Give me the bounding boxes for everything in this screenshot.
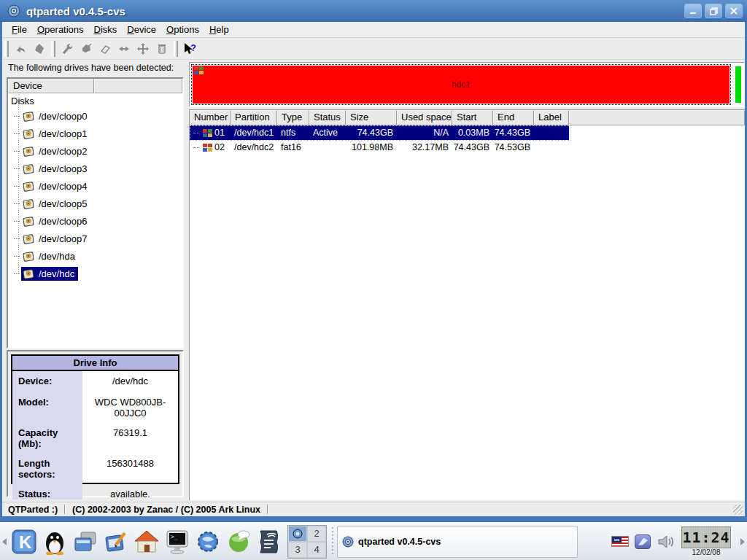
web-browser-launcher[interactable] <box>223 526 254 558</box>
partition-row-hdc1[interactable]: 01 /dev/hdc1 ntfs Active 74.43GB N/A 0.0… <box>190 125 745 140</box>
konsole-launcher[interactable]: >_ <box>162 526 193 558</box>
partition-hdc2-bar[interactable] <box>735 66 741 103</box>
pager-desktop-2[interactable]: 2 <box>307 526 326 542</box>
tree-item-cloop5[interactable]: /dev/cloop5 <box>8 195 182 212</box>
desktop: qtparted v0.4.5-cvs File Operations Disk… <box>0 0 747 560</box>
home-launcher[interactable] <box>131 526 162 558</box>
konqueror-globe-icon <box>195 529 221 555</box>
menu-options[interactable]: Options <box>161 23 204 36</box>
disk-icon <box>23 268 35 279</box>
toolbar-handle[interactable] <box>174 41 178 57</box>
col-type[interactable]: Type <box>277 110 309 125</box>
openoffice-launcher[interactable] <box>254 526 285 558</box>
text-editor-launcher[interactable] <box>101 526 131 558</box>
col-filler <box>569 110 745 125</box>
panel-hide-right-button[interactable] <box>738 524 747 559</box>
trash-button[interactable] <box>152 39 171 58</box>
menu-disks[interactable]: Disks <box>89 23 123 36</box>
menu-file[interactable]: File <box>7 23 32 36</box>
partition-hdc1-bar[interactable]: hdc1 <box>191 64 731 105</box>
menu-operations[interactable]: Operations <box>32 23 89 36</box>
move-button[interactable] <box>133 39 152 58</box>
format-icon <box>80 42 93 55</box>
tree-header-empty[interactable] <box>94 79 182 93</box>
toolbar: ? <box>2 38 745 60</box>
col-number[interactable]: Number <box>190 110 231 125</box>
disk-icon <box>23 163 35 174</box>
app-icon <box>7 4 20 18</box>
disk-icon <box>23 111 35 122</box>
col-start[interactable]: Start <box>452 110 493 125</box>
tree-children: /dev/cloop0 /dev/cloop1 /dev/cloop2 /dev… <box>8 107 182 282</box>
panel-hide-left-button[interactable] <box>0 524 9 559</box>
col-status[interactable]: Status <box>309 110 346 125</box>
tree-header-device[interactable]: Device <box>8 79 94 93</box>
volume-icon[interactable] <box>657 533 676 551</box>
maximize-button[interactable] <box>705 4 722 18</box>
fat16-partition-icon <box>203 144 212 152</box>
terminal-icon: >_ <box>164 529 190 555</box>
ntfs-partition-icon <box>203 129 212 137</box>
undo-button[interactable] <box>11 39 30 58</box>
tree-item-hda[interactable]: /dev/hda <box>8 247 182 265</box>
format-button[interactable] <box>77 39 96 58</box>
tree-item-cloop0[interactable]: /dev/cloop0 <box>8 107 182 125</box>
col-size[interactable]: Size <box>346 110 397 125</box>
resize-grip[interactable] <box>733 505 743 515</box>
col-label[interactable]: Label <box>534 110 569 125</box>
pager-desktop-3[interactable]: 3 <box>288 542 307 558</box>
disk-icon <box>23 181 35 192</box>
clock-time: 11:24 <box>682 529 729 546</box>
titlebar[interactable]: qtparted v0.4.5-cvs <box>0 0 747 22</box>
menu-device[interactable]: Device <box>122 23 161 36</box>
partition-row-hdc2[interactable]: 02 /dev/hdc2 fat16 101.98MB 32.17MB 74.4… <box>190 140 745 155</box>
pager-desktop-1[interactable] <box>288 526 307 542</box>
col-partition[interactable]: Partition <box>231 110 277 125</box>
disk-icon <box>23 216 35 227</box>
close-button[interactable] <box>725 4 743 18</box>
menubar: File Operations Disks Device Options Hel… <box>2 22 745 38</box>
resize-arrows-icon <box>117 42 131 55</box>
taskbar-clock[interactable]: 11:24 12/02/08 <box>681 526 731 556</box>
resize-button[interactable] <box>115 39 133 58</box>
menu-help[interactable]: Help <box>204 23 234 36</box>
tree-item-cloop6[interactable]: /dev/cloop6 <box>8 212 182 230</box>
task-label: qtparted v0.4.5-cvs <box>358 537 441 547</box>
drive-info-row: Device: /dev/hdc <box>12 371 178 392</box>
konqueror-launcher[interactable] <box>193 526 223 558</box>
whats-this-button[interactable]: ? <box>180 39 199 58</box>
disk-icon <box>23 233 35 244</box>
pager-desktop-4[interactable]: 4 <box>307 542 326 558</box>
toolbar-handle[interactable] <box>4 41 9 57</box>
redo-button[interactable] <box>30 39 49 58</box>
disk-icon <box>23 146 35 157</box>
wrench-icon <box>61 42 74 55</box>
tree-item-cloop2[interactable]: /dev/cloop2 <box>8 142 182 160</box>
minimize-button[interactable] <box>684 4 702 18</box>
tree-item-cloop7[interactable]: /dev/cloop7 <box>8 230 182 247</box>
tree-item-cloop4[interactable]: /dev/cloop4 <box>8 177 182 195</box>
svg-text:K: K <box>19 532 32 552</box>
delete-button[interactable] <box>96 39 115 58</box>
kmenu-button[interactable]: K <box>9 526 39 558</box>
col-end[interactable]: End <box>493 110 534 125</box>
kmenu-icon: K <box>11 529 37 555</box>
tree-item-hdc-selected[interactable]: /dev/hdc <box>8 265 182 282</box>
toolbar-handle[interactable] <box>51 41 55 57</box>
property-button[interactable] <box>58 39 77 58</box>
taskbar-handle[interactable] <box>330 526 336 558</box>
tree-root-disks[interactable]: Disks <box>8 93 182 107</box>
tree-item-cloop3[interactable]: /dev/cloop3 <box>8 160 182 177</box>
keyboard-layout-flag-icon[interactable]: us <box>611 536 629 547</box>
drive-info-title: Drive Info <box>12 356 178 371</box>
window-list-launcher[interactable] <box>70 526 101 558</box>
tree-item-cloop1[interactable]: /dev/cloop1 <box>8 125 182 142</box>
windows-flag-icon <box>194 66 204 74</box>
tux-launcher[interactable] <box>39 526 70 558</box>
task-qtparted[interactable]: qtparted v0.4.5-cvs <box>337 526 578 558</box>
klipper-icon[interactable] <box>635 534 651 549</box>
col-used-space[interactable]: Used space <box>397 110 452 125</box>
openoffice-writer-icon <box>257 529 282 555</box>
penguin-icon <box>42 529 67 555</box>
move-icon <box>136 42 150 55</box>
